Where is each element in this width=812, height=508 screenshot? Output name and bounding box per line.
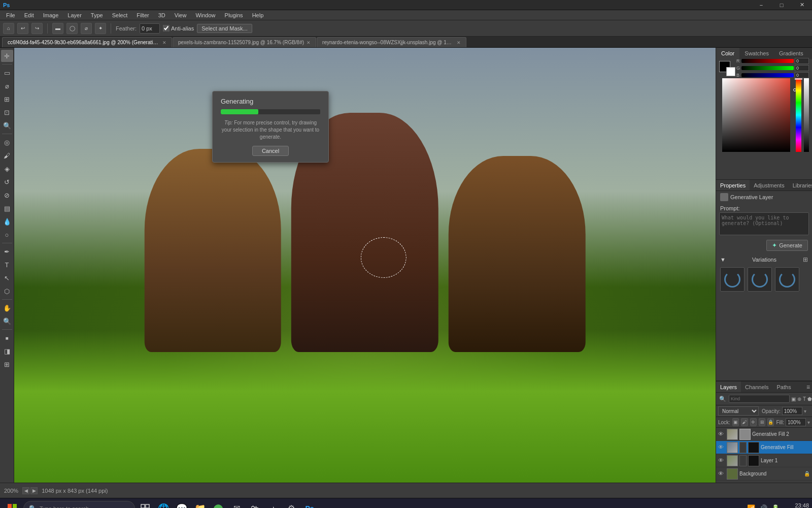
generate-button[interactable]: ✦ Generate [766,240,808,251]
toolbar-lasso-btn[interactable]: ⌀ [81,23,92,34]
taskbar-edge-icon[interactable]: 🌐 [155,500,172,509]
tab-1-close[interactable]: ✕ [162,40,166,45]
tab-1[interactable]: cc6f40dd-fa45-4250-9b30-eb696a8a6661.jpg… [2,37,172,47]
lock-position-btn[interactable]: ✛ [750,418,757,426]
brightness-slider[interactable] [804,78,809,152]
variation-1[interactable] [720,267,745,292]
cancel-button[interactable]: Cancel [252,146,289,156]
lock-artboard-btn[interactable]: ⊞ [759,418,765,426]
r-slider[interactable] [741,59,794,63]
lock-pixels-btn[interactable]: ▣ [732,418,739,426]
tool-gradient[interactable]: ▤ [1,202,13,214]
taskbar-spotify-icon[interactable]: ♪ [265,500,281,509]
layers-filter-type[interactable]: T [803,394,806,403]
layer-bg-visibility[interactable]: 👁 [718,470,725,478]
tool-history-brush[interactable]: ↺ [1,176,13,188]
select-mask-button[interactable]: Select and Mask... [197,24,252,33]
toolbar-home-btn[interactable]: ⌂ [3,23,14,34]
prop-tab-properties[interactable]: Properties [716,180,750,190]
nav-next[interactable]: ▶ [30,487,38,494]
tool-eyedropper[interactable]: 🔍 [1,119,13,132]
variation-2[interactable] [748,267,772,292]
taskbar-ps-icon[interactable]: Ps [301,500,318,509]
layers-tab-paths[interactable]: Paths [773,382,795,392]
g-input[interactable] [795,65,809,71]
taskbar-search-bar[interactable]: 🔍 Type here to search [23,501,135,509]
lock-paint-btn[interactable]: 🖌 [741,418,748,426]
tool-blur[interactable]: 💧 [1,215,13,228]
tool-screen-mode[interactable]: ⊞ [1,358,13,370]
tool-text[interactable]: T [1,259,13,271]
layer-item-background[interactable]: 👁 Background 🔒 [716,467,812,481]
color-tab-swatches[interactable]: Swatches [739,48,774,59]
layer-item-layer1[interactable]: 👁 Layer 1 [716,454,812,467]
color-tab-gradients[interactable]: Gradients [774,48,808,59]
toolbar-magic-btn[interactable]: ✦ [95,23,106,34]
layers-filter-pixel[interactable]: ▣ [791,394,796,403]
variations-grid-icon[interactable]: ⊞ [803,256,808,263]
tool-eraser[interactable]: ⊘ [1,189,13,201]
prop-tab-adjustments[interactable]: Adjustments [750,180,789,190]
hue-slider[interactable] [796,78,801,152]
lock-all-btn[interactable]: 🔒 [767,418,774,426]
toolbar-undo-btn[interactable]: ↩ [17,23,28,34]
prompt-textarea[interactable] [719,212,809,235]
window-controls[interactable]: − □ ✕ [751,0,812,10]
menu-select[interactable]: Select [108,11,132,19]
menu-plugins[interactable]: Plugins [221,11,247,19]
tool-crop[interactable]: ⊡ [1,106,13,118]
g-slider[interactable] [741,66,794,70]
layers-filter-adjust[interactable]: ⊕ [797,394,801,403]
taskbar-chrome-icon[interactable]: ⬤ [210,500,226,509]
opacity-input[interactable] [782,407,802,415]
menu-type[interactable]: Type [87,11,107,19]
layers-tab-channels[interactable]: Channels [741,382,772,392]
tab-2-close[interactable]: ✕ [307,40,311,45]
feather-input[interactable] [140,23,160,34]
layers-expand-icon[interactable]: ≡ [806,384,810,391]
tool-lasso[interactable]: ⌀ [1,80,13,92]
blend-mode-select[interactable]: Normal Multiply Screen Overlay [718,406,759,416]
color-spectrum[interactable] [722,78,790,152]
menu-help[interactable]: Help [248,11,268,19]
menu-3d[interactable]: 3D [154,11,170,19]
tool-hand[interactable]: ✋ [1,302,13,314]
close-button[interactable]: ✕ [792,0,812,10]
r-input[interactable] [795,58,809,64]
prop-tab-libraries[interactable]: Libraries [789,180,812,190]
tab-3-close[interactable]: ✕ [457,40,461,45]
tool-pen[interactable]: ✒ [1,245,13,258]
menu-window[interactable]: Window [191,11,219,19]
layers-tab-layers[interactable]: Layers [716,382,741,392]
toolbar-square-btn[interactable]: ▬ [52,23,63,34]
layer-genfill-visibility[interactable]: 👁 [718,444,725,451]
variations-collapse-arrow[interactable]: ▼ [720,257,726,263]
tool-dodge[interactable]: ○ [1,229,13,241]
menu-file[interactable]: File [2,11,19,19]
menu-view[interactable]: View [171,11,191,19]
layer-item-genfill[interactable]: 👁 Generative Fill [716,441,812,454]
tool-shape[interactable]: ⬡ [1,285,13,297]
taskbar-datetime[interactable]: 23:48 03/11/2023 [784,502,809,508]
taskbar-whatsapp-icon[interactable]: 💬 [174,500,190,509]
taskbar-explorer-icon[interactable]: 📁 [192,500,208,509]
start-button[interactable] [3,499,21,509]
layer-layer1-visibility[interactable]: 👁 [718,457,725,464]
color-tab-patterns[interactable]: Patterns [808,48,812,59]
tab-2[interactable]: pexels-luis-zambrano-11525079.jpg @ 16.7… [173,37,316,47]
tool-move[interactable]: ✛ [1,50,13,62]
layer-genfill2-visibility[interactable]: 👁 [718,431,725,438]
taskbar-store-icon[interactable]: 🛍 [247,500,263,509]
minimize-button[interactable]: − [751,0,771,10]
tool-brush[interactable]: 🖌 [1,149,13,162]
color-tab-color[interactable]: Color [716,48,739,59]
menu-edit[interactable]: Edit [20,11,38,19]
tool-object-select[interactable]: ⊞ [1,93,13,105]
background-color[interactable] [726,67,735,76]
taskbar-sound-icon[interactable]: 🔊 [759,504,767,508]
tool-marquee[interactable]: ▭ [1,67,13,79]
taskbar-task-view[interactable] [137,500,153,509]
tool-quick-mask[interactable]: ◨ [1,345,13,357]
layers-search-input[interactable] [729,395,790,403]
b-slider[interactable] [741,73,794,77]
